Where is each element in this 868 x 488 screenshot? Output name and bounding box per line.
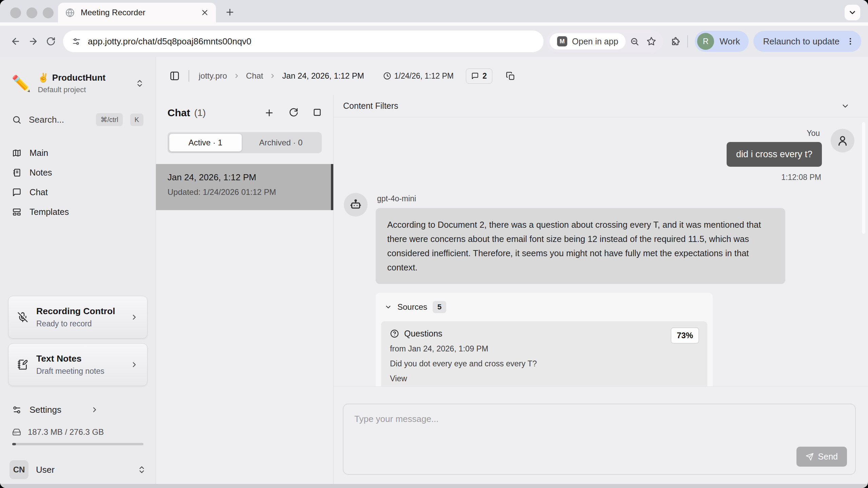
sidebar-item-label: Main [29,148,48,158]
workspace-chevrons-icon [135,79,144,88]
chat-item-title: Jan 24, 2026, 1:12 PM [167,172,322,183]
relaunch-button[interactable]: Relaunch to update [753,31,861,52]
sidebar-item-templates[interactable]: Templates [0,202,156,222]
zoom-icon[interactable] [626,33,643,49]
maximize-window-button[interactable] [43,7,54,18]
card-title: Text Notes [36,353,104,364]
sidebar-item-notes[interactable]: Notes [0,163,156,182]
help-circle-icon [390,329,399,338]
source-card-questions[interactable]: Questions 73% from Jan 24, 2026, 1:09 PM… [381,321,707,386]
menu-dots-icon[interactable] [843,34,858,49]
chat-filter-tabs: Active · 1 Archived · 0 [167,132,322,153]
chat-item-updated: Updated: 1/24/2026 01:12 PM [167,187,322,197]
bookmark-star-icon[interactable] [643,33,659,49]
site-settings-icon[interactable] [72,37,81,46]
text-notes-card[interactable]: Text Notes Draft meeting notes [8,343,147,386]
settings-label: Settings [29,405,82,415]
browser-toolbar: app.jotty.pro/chat/d5q8poaj86mnts00nqv0 … [0,26,868,57]
chat-list-item-selected[interactable]: Jan 24, 2026, 1:12 PM Updated: 1/24/2026… [156,164,333,210]
workspace-switcher[interactable]: ✏️ ✌️ ProductHunt Default project [8,69,147,98]
new-tab-button[interactable] [221,3,239,21]
search-icon [12,115,21,124]
tab-active-chats[interactable]: Active · 1 [169,134,242,151]
user-message-bubble: did i cross every t? [727,142,822,167]
notebook-icon [12,168,21,177]
breadcrumb: jotty.pro Chat Jan 24, 2026, 1:12 PM 1/2… [156,57,868,95]
sidebar-item-label: Notes [29,168,52,178]
sender-label: gpt-4o-mini [377,194,785,203]
composer: Send [334,386,868,488]
chevron-down-icon[interactable] [384,303,392,311]
copy-icon[interactable] [503,68,518,83]
storage-progress-bar [12,443,143,445]
message-input-box[interactable]: Send [343,404,856,475]
sidebar: ✏️ ✌️ ProductHunt Default project Search… [0,57,156,488]
breadcrumb-item[interactable]: jotty.pro [199,71,227,81]
shortcut-letter-key: K [130,114,143,126]
sidebar-nav: Main Notes Chat Templates [0,143,156,222]
app-m-badge: M [557,36,567,46]
session-timestamp: 1/24/26, 1:12 PM [383,72,454,81]
relevance-score-badge: 73% [671,327,699,344]
browser-tab[interactable]: Meeting Recorder [58,3,216,22]
sidebar-item-chat[interactable]: Chat [0,182,156,202]
source-view-link[interactable]: View [390,374,698,383]
toolbar-divider [687,35,688,47]
source-date: from Jan 24, 2026, 1:09 PM [390,344,698,353]
chevron-right-icon [130,313,138,321]
chevron-down-icon[interactable] [841,102,850,110]
relaunch-label: Relaunch to update [763,36,840,47]
message-input[interactable] [343,404,855,474]
open-in-app-button[interactable]: M Open in app [550,33,626,49]
forward-button[interactable] [24,33,42,50]
assistant-message: gpt-4o-mini According to Document 2, the… [344,193,854,386]
search-input[interactable]: Search... ⌘/ctrl K [8,111,147,128]
tab-archived-chats[interactable]: Archived · 0 [242,134,320,151]
tab-strip: Meeting Recorder [0,0,868,22]
back-button[interactable] [7,33,24,50]
minimize-window-button[interactable] [26,7,37,18]
message-time: 1:12:08 PM [781,173,821,182]
storage-text: 187.3 MB / 276.3 GB [28,427,104,437]
recording-control-card[interactable]: Recording Control Ready to record [8,296,147,339]
message-scrollbar[interactable] [862,122,865,234]
chevron-right-icon [130,361,138,369]
sources-header[interactable]: Sources 5 [376,293,713,321]
sources-count-badge: 5 [433,301,446,313]
chevron-right-icon [91,406,143,414]
traffic-lights[interactable] [10,7,54,18]
close-window-button[interactable] [10,7,21,18]
search-placeholder: Search... [29,115,88,125]
card-subtitle: Draft meeting notes [36,367,104,376]
conversation-panel: Content Filters You did i cross every t?… [334,95,868,488]
card-subtitle: Ready to record [36,319,115,328]
content-filters-label: Content Filters [343,101,398,111]
omnibox-chip-group: M Open in app [546,30,663,52]
send-button[interactable]: Send [796,447,847,467]
panel-toggle-icon[interactable] [170,71,180,81]
url-bar[interactable]: app.jotty.pro/chat/d5q8poaj86mnts00nqv0 [63,30,544,52]
url-text[interactable]: app.jotty.pro/chat/d5q8poaj86mnts00nqv0 [88,36,251,47]
profile-chip[interactable]: R Work [695,31,749,52]
reload-button[interactable] [42,33,60,50]
sidebar-item-settings[interactable]: Settings [8,401,147,419]
timestamp-text: 1/24/26, 1:12 PM [394,72,454,81]
extensions-icon[interactable] [670,36,680,46]
content-filters-header[interactable]: Content Filters [334,95,868,117]
tab-search-chevron-button[interactable] [845,5,860,20]
chat-list-scrollbar[interactable] [331,164,333,210]
workspace-emoji: ✌️ [38,73,48,83]
user-menu[interactable]: CN User [8,460,147,479]
refresh-icon[interactable] [289,108,298,118]
source-excerpt: Did you dot every eye and cross every T? [390,359,698,368]
workspace-logo-pencil-icon: ✏️ [12,76,31,91]
tab-close-icon[interactable] [201,9,209,16]
new-chat-plus-icon[interactable] [264,108,274,118]
sidebar-item-main[interactable]: Main [0,143,156,163]
open-in-app-label: Open in app [572,37,618,46]
shortcut-mod-key: ⌘/ctrl [96,113,122,126]
select-square-icon[interactable] [313,108,322,118]
sender-label: You [807,129,820,138]
breadcrumb-item[interactable]: Chat [246,71,263,81]
chat-panel-title: Chat [167,107,190,119]
